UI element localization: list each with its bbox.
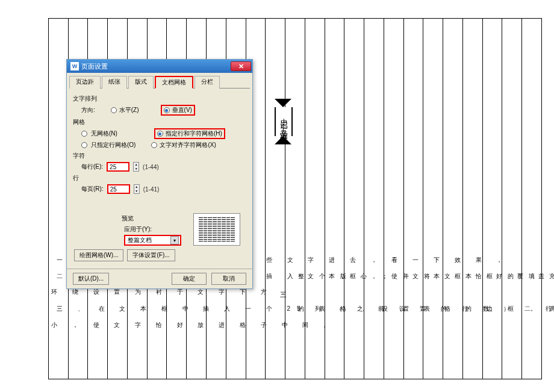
- apply-label: 应用于(Y):: [124, 225, 181, 234]
- radio-linechar[interactable]: [157, 131, 163, 137]
- opt-linechar: 指定行和字符网格(H): [166, 129, 222, 138]
- opt-vertical: 垂直(V): [172, 106, 192, 114]
- section-direction: 文字排列: [73, 95, 246, 103]
- tab-columns[interactable]: 分栏: [195, 76, 220, 89]
- opt-textalign: 文字对齐字符网格(X): [160, 141, 216, 149]
- body-line-4b: 的 表 格 ， 设 置 表 格 的 边 框 ， 调 整 文 本 框 的 位 置 …: [298, 305, 554, 313]
- apply-to-dropdown[interactable]: 整篇文档 ▾: [124, 235, 181, 246]
- radio-vertical[interactable]: [164, 107, 170, 113]
- body-line-5: 小 ， 使 文 字 恰 好 放 进 格 子 中 间 。: [51, 321, 336, 329]
- draw-grid-button[interactable]: 绘图网格(W)...: [74, 249, 123, 261]
- opt-nogrid: 无网格(N): [91, 129, 117, 138]
- opt-horizontal: 水平(Z): [119, 106, 139, 114]
- body-line-3: 环 绕 设 置 为 衬 于 文 字 下 方 。: [51, 288, 294, 296]
- perline-range: (1-44): [143, 164, 159, 170]
- perline-input[interactable]: 25: [107, 162, 129, 172]
- perline-spinner[interactable]: ▲▼: [133, 162, 139, 172]
- tab-docgrid[interactable]: 文档网格: [155, 76, 193, 89]
- dialog-titlebar[interactable]: W 页面设置 ✕: [67, 60, 252, 73]
- tab-margins[interactable]: 页边距: [69, 76, 101, 89]
- tab-paper[interactable]: 纸张: [102, 76, 127, 89]
- radio-lineonly[interactable]: [81, 142, 87, 148]
- banner-bottom-ornament: [275, 136, 291, 145]
- section-line: 行: [73, 174, 246, 182]
- cancel-button[interactable]: 取消: [211, 273, 246, 285]
- ok-button[interactable]: 确定: [172, 273, 207, 285]
- section-preview: 预览: [122, 214, 181, 223]
- font-settings-button[interactable]: 字体设置(F)...: [127, 249, 175, 261]
- direction-label: 方向:: [81, 106, 95, 114]
- close-icon[interactable]: ✕: [231, 61, 251, 71]
- dialog-title: 页面设置: [81, 62, 108, 71]
- perpage-input[interactable]: 25: [107, 184, 130, 194]
- document-title: 史记 五帝本纪: [275, 107, 293, 136]
- perline-label: 每行(E):: [81, 163, 103, 171]
- title-banner: 史记 五帝本纪: [275, 99, 291, 145]
- default-button[interactable]: 默认(D)...: [73, 273, 109, 285]
- section-char: 字符: [73, 152, 246, 160]
- radio-nogrid[interactable]: [81, 131, 87, 137]
- body-line-2b: 整 个 版 心 ； 并 将 文 本 框 的 填 充 和 线 框 颜 色 设 置 …: [298, 272, 554, 281]
- radio-textalign[interactable]: [151, 142, 157, 148]
- perpage-range: (1-41): [143, 186, 160, 193]
- perpage-spinner[interactable]: ▲▼: [134, 184, 140, 194]
- dialog-body: 文字排列 方向: 水平(Z) 垂直(V) 网格 无网格(N) 指定行和字符网格(…: [67, 89, 252, 269]
- section-grid: 网格: [73, 118, 246, 126]
- banner-top-ornament: [275, 99, 291, 107]
- tab-layout[interactable]: 版式: [128, 76, 154, 89]
- app-icon: W: [70, 62, 79, 70]
- dialog-tabs: 页边距 纸张 版式 文档网格 分栏: [69, 75, 250, 89]
- radio-horizontal[interactable]: [111, 107, 117, 113]
- perpage-label: 每页(R):: [81, 185, 104, 193]
- apply-value: 整篇文档: [128, 236, 152, 244]
- preview-thumbnail: [193, 213, 240, 246]
- opt-lineonly: 只指定行网格(O): [91, 141, 135, 149]
- dialog-footer: 默认(D)... 确定 取消: [67, 269, 252, 288]
- chevron-down-icon: ▾: [170, 236, 179, 244]
- page-setup-dialog: W 页面设置 ✕ 页边距 纸张 版式 文档网格 分栏 文字排列 方向: 水平(Z…: [66, 59, 253, 289]
